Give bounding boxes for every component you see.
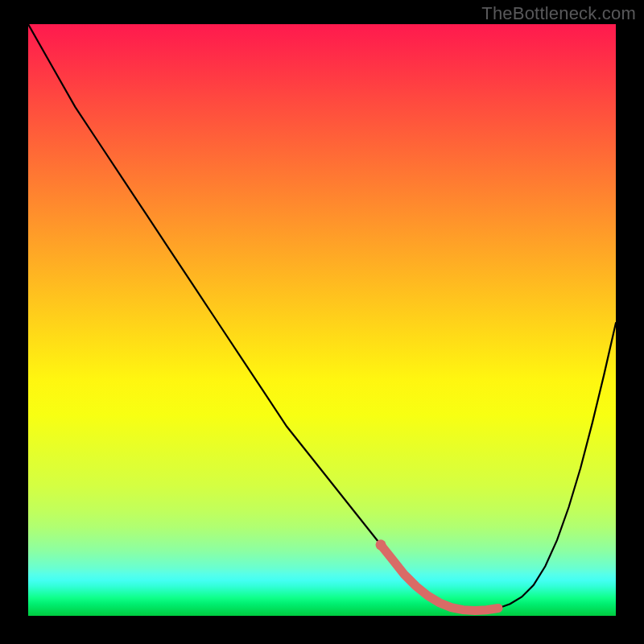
bottleneck-curve — [28, 24, 616, 610]
curve-svg — [28, 24, 616, 616]
chart-container: TheBottleneck.com — [0, 0, 644, 644]
optimal-range-highlight — [381, 545, 498, 611]
optimal-start-marker — [376, 539, 386, 550]
plot-area — [28, 24, 616, 616]
watermark-text: TheBottleneck.com — [481, 3, 636, 24]
